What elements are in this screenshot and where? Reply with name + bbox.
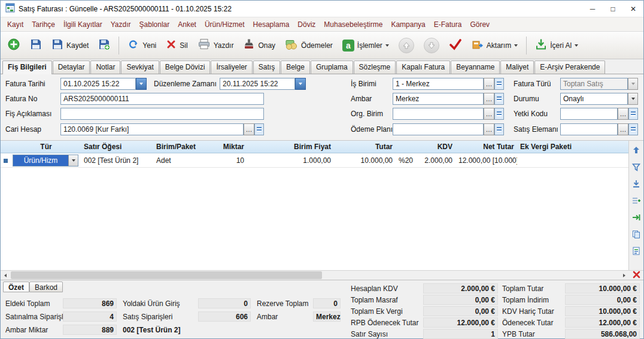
line-vat-cell[interactable]: %20 2.000,00 [396,155,455,167]
org-unit-field[interactable] [393,108,484,120]
horizontal-scrollbar[interactable] [1,271,629,280]
payment-plan-list-button[interactable] [494,123,504,135]
grid-header-unit[interactable]: Birim/Paket [153,141,205,153]
salesperson-list-button[interactable] [628,123,638,135]
grid-header-quantity[interactable]: Miktar [205,141,247,153]
account-list-button[interactable] [254,123,264,135]
business-unit-field[interactable]: 1 - Merkez [393,78,484,90]
tab-detaylar[interactable]: Detaylar [53,60,90,74]
menu-e-fatura[interactable]: E-Fatura [430,19,466,31]
grid-filter-lines-icon[interactable] [631,162,641,174]
invoice-line-row[interactable]: Ürün/Hizm 002 [Test Ürün 2] Adet 10 1.00… [1,153,628,168]
grid-header-net-amount[interactable]: Net Tutar [455,141,517,153]
invoice-date-field[interactable]: 01.10.2025 15:22 [60,78,136,90]
tab-irsaliyeler[interactable]: İrsaliyeler [211,60,252,74]
warehouse-field[interactable]: Merkez [393,93,484,105]
grid-export-line-icon[interactable] [631,179,641,190]
grid-line-details-icon[interactable] [631,246,641,258]
grid-header-extra-tax[interactable]: Ek Vergi Paketi [517,141,628,153]
grid-delete-line-button[interactable] [629,271,643,280]
payment-plan-browse-button[interactable]: … [484,123,494,135]
operations-button[interactable]: a İşlemler [338,37,393,55]
line-type-combo-arrow[interactable] [68,155,78,166]
grid-header-line-item[interactable]: Satır Öğesi [81,141,153,153]
confirm-button[interactable] [445,35,466,55]
scroll-right-button[interactable] [619,271,629,280]
save-and-new-button[interactable] [94,35,114,55]
grid-header-type[interactable]: Tür [11,141,81,153]
scroll-left-button[interactable] [1,271,10,280]
close-button[interactable]: ✕ [623,1,643,17]
grid-insert-line-icon[interactable] [631,196,641,207]
tab-sevkiyat[interactable]: Sevkiyat [121,60,159,74]
payments-button[interactable]: Ödemeler [281,35,337,55]
transfer-button[interactable]: Aktarım [467,35,522,55]
warehouse-browse-button[interactable]: … [484,93,494,105]
status-combo[interactable]: Onaylı [560,93,628,105]
line-type-combo[interactable]: Ürün/Hizm [13,155,78,167]
status-combo-arrow[interactable] [628,93,638,105]
bottom-tab-barkod[interactable]: Barkod [29,282,63,292]
line-unit-price-cell[interactable]: 1.000,00 [247,155,334,167]
menu-kayit[interactable]: Kayıt [3,19,28,31]
line-item-cell[interactable]: 002 [Test Ürün 2] [81,155,153,167]
business-unit-browse-button[interactable]: … [484,78,494,90]
new-button[interactable]: Yeni [123,35,160,55]
salesperson-field[interactable] [560,123,618,135]
edit-time-field[interactable]: 20.11.2025 15:22 [220,78,295,90]
tab-belge-dovizi[interactable]: Belge Dövizi [160,60,211,74]
tab-maliyet[interactable]: Maliyet [500,60,534,74]
tab-gruplama[interactable]: Gruplama [311,60,353,74]
import-button[interactable]: İçeri Al [531,35,582,55]
row-selector[interactable] [1,155,11,167]
line-net-amount-cell[interactable]: 12.000,00 [10.000] [455,155,517,167]
print-button[interactable]: Yazdır [193,35,238,55]
invoice-no-field[interactable]: ARS2025000000111 [60,93,264,105]
line-amount-cell[interactable]: 10.000,00 [334,155,396,167]
line-type-cell[interactable]: Ürün/Hizm [11,153,81,168]
auth-code-browse-button[interactable]: … [618,108,628,120]
menu-hesaplama[interactable]: Hesaplama [249,19,294,31]
tab-kapali-fatura[interactable]: Kapalı Fatura [396,60,450,74]
warehouse-list-button[interactable] [494,93,504,105]
tab-notlar[interactable]: Notlar [90,60,120,74]
delete-button[interactable]: Sil [162,36,192,55]
tab-belge[interactable]: Belge [281,60,310,74]
tab-sozlesme[interactable]: Sözleşme [354,60,396,74]
previous-record-button[interactable] [394,35,418,56]
slip-description-field[interactable] [60,108,264,120]
grid-header-amount[interactable]: Tutar [334,141,396,153]
scrollbar-thumb[interactable] [11,271,322,279]
menu-ilgili-kayitlar[interactable]: İlgili Kayıtlar [59,19,107,31]
auth-code-list-button[interactable] [628,108,638,120]
account-browse-button[interactable]: … [244,123,254,135]
salesperson-browse-button[interactable]: … [618,123,628,135]
menu-tarihce[interactable]: Tarihçe [28,19,59,31]
grid-copy-line-icon[interactable] [631,229,641,241]
org-unit-list-button[interactable] [494,108,504,120]
grid-header-vat[interactable]: KDV [396,141,455,153]
minimize-button[interactable]: ─ [582,1,603,17]
grid-move-line-icon[interactable] [631,213,641,224]
menu-anket[interactable]: Anket [174,19,201,31]
menu-gorev[interactable]: Görev [466,19,494,31]
menu-urun-hizmet[interactable]: Ürün/Hizmet [201,19,249,31]
menu-muhasebelestirme[interactable]: Muhasebeleştirme [320,19,387,31]
tab-satis[interactable]: Satış [253,60,280,74]
line-quantity-cell[interactable]: 10 [205,155,247,167]
save-button[interactable]: Kaydet [47,35,93,55]
menu-kampanya[interactable]: Kampanya [387,19,429,31]
line-unit-cell[interactable]: Adet [153,155,205,167]
business-unit-list-button[interactable] [494,78,504,90]
menu-doviz[interactable]: Döviz [293,19,320,31]
grid-scroll-top-icon[interactable] [631,146,641,157]
tab-e-arsiv-perakende[interactable]: E-Arşiv Perakende [534,60,605,74]
maximize-button[interactable]: □ [603,1,623,17]
payment-plan-field[interactable] [393,123,484,135]
next-record-button[interactable] [420,35,443,56]
edit-time-dropdown-button[interactable] [295,78,306,90]
line-extra-tax-cell[interactable] [517,159,628,162]
tab-beyanname[interactable]: Beyanname [451,60,500,74]
account-field[interactable]: 120.0069 [Kur Farkı] [60,123,244,135]
grid-header-unit-price[interactable]: Birim Fiyat [247,141,334,153]
